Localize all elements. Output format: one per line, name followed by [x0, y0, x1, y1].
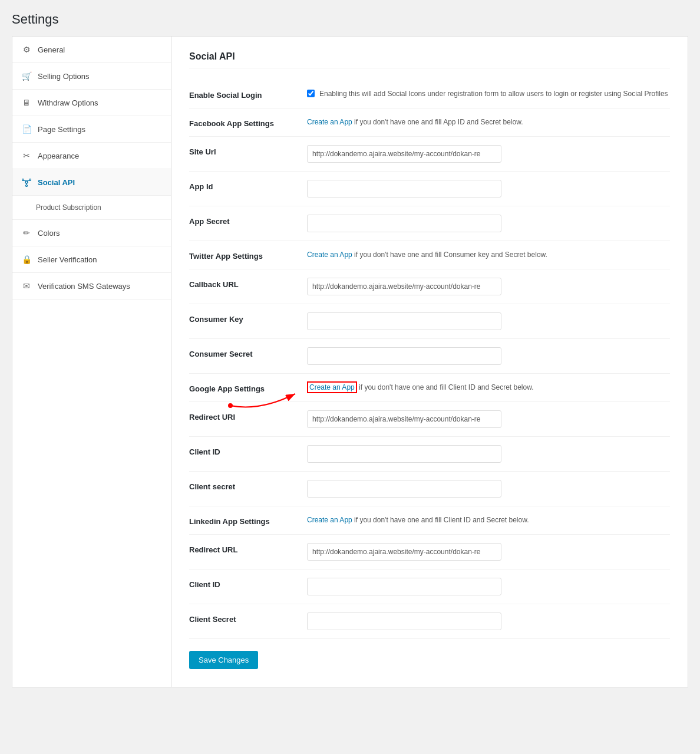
sidebar-item-selling-options[interactable]: 🛒 Selling Options — [12, 63, 171, 90]
label-consumer-key: Consumer Key — [189, 312, 295, 324]
facebook-create-app-link[interactable]: Create an App — [307, 118, 352, 126]
sidebar-item-colors[interactable]: ✏ Colors — [12, 220, 171, 246]
form-row-redirect-uri: Redirect URI — [189, 402, 670, 437]
form-row-client-id-linkedin: Client ID — [189, 569, 670, 604]
label-app-secret: App Secret — [189, 215, 295, 226]
sidebar: ⚙ General 🛒 Selling Options 🖥 Withdraw O… — [12, 36, 171, 687]
label-site-url: Site Url — [189, 145, 295, 156]
field-callback-url — [307, 278, 670, 295]
save-changes-button[interactable]: Save Changes — [189, 651, 258, 669]
pencil-icon: ✏ — [21, 228, 32, 238]
label-app-id: App Id — [189, 180, 295, 191]
field-app-secret — [307, 215, 670, 232]
svg-point-3 — [26, 185, 28, 187]
linkedin-create-app-link[interactable]: Create an App — [307, 516, 352, 524]
page-title: Settings — [12, 12, 688, 27]
form-row-twitter-app-settings: Twitter App Settings Create an App if yo… — [189, 241, 670, 269]
form-row-app-id: App Id — [189, 172, 670, 206]
consumer-secret-input[interactable] — [307, 347, 501, 365]
field-consumer-key — [307, 312, 670, 330]
svg-line-5 — [27, 180, 29, 181]
field-consumer-secret — [307, 347, 670, 365]
app-id-input[interactable] — [307, 180, 501, 197]
field-redirect-uri — [307, 410, 670, 428]
form-row-consumer-key: Consumer Key — [189, 304, 670, 339]
sidebar-item-label: Product Subscription — [36, 203, 101, 212]
label-client-id-linkedin: Client ID — [189, 578, 295, 589]
google-create-app-link[interactable]: Create an App — [307, 381, 357, 393]
form-row-client-secret-linkedin: Client Secret — [189, 604, 670, 639]
twitter-desc-rest: if you don't have one and fill Consumer … — [352, 251, 547, 259]
field-linkedin-app-settings: Create an App if you don't have one and … — [307, 515, 670, 525]
sidebar-item-general[interactable]: ⚙ General — [12, 37, 171, 63]
consumer-key-input[interactable] — [307, 312, 501, 330]
field-app-id — [307, 180, 670, 197]
label-callback-url: Callback URL — [189, 278, 295, 289]
sidebar-item-appearance[interactable]: ✂ Appearance — [12, 143, 171, 169]
section-title: Social API — [189, 51, 670, 68]
page-wrapper: Settings ⚙ General 🛒 Selling Options 🖥 W… — [0, 0, 700, 754]
sidebar-item-social-api[interactable]: Social API — [12, 169, 171, 196]
form-row-linkedin-app-settings: Linkedin App Settings Create an App if y… — [189, 506, 670, 535]
form-row-redirect-url-linkedin: Redirect URL — [189, 535, 670, 569]
sidebar-item-product-subscription[interactable]: Product Subscription — [12, 196, 171, 220]
label-redirect-uri: Redirect URI — [189, 410, 295, 422]
form-row-app-secret: App Secret — [189, 206, 670, 241]
label-client-id-google: Client ID — [189, 445, 295, 456]
field-client-id-google — [307, 445, 670, 463]
facebook-desc-rest: if you don't have one and fill App ID an… — [352, 118, 523, 126]
sidebar-item-label: General — [38, 45, 65, 54]
sidebar-item-withdraw-options[interactable]: 🖥 Withdraw Options — [12, 90, 171, 116]
field-twitter-app-settings: Create an App if you don't have one and … — [307, 249, 670, 260]
sidebar-item-label: Verification SMS Gateways — [38, 282, 130, 291]
redirect-uri-input[interactable] — [307, 410, 501, 428]
sidebar-item-verification-sms[interactable]: ✉ Verification SMS Gateways — [12, 273, 171, 299]
linkedin-desc-rest: if you don't have one and fill Client ID… — [352, 516, 529, 524]
label-redirect-url-linkedin: Redirect URL — [189, 543, 295, 554]
client-id-linkedin-input[interactable] — [307, 578, 501, 595]
client-secret-google-input[interactable] — [307, 480, 501, 498]
label-linkedin-app-settings: Linkedin App Settings — [189, 515, 295, 526]
form-row-enable-social-login: Enable Social Login Enabling this will a… — [189, 80, 670, 108]
cart-icon: 🛒 — [21, 71, 32, 81]
scissors-icon: ✂ — [21, 150, 32, 161]
monitor-icon: 🖥 — [21, 97, 32, 108]
facebook-app-desc: Create an App if you don't have one and … — [307, 118, 523, 126]
form-row-google-app-settings: Google App Settings Create an App if — [189, 374, 670, 402]
form-row-client-id-google: Client ID — [189, 437, 670, 472]
redirect-url-linkedin-input[interactable] — [307, 543, 501, 561]
client-id-google-input[interactable] — [307, 445, 501, 463]
google-app-desc: Create an App if you don't have one and … — [307, 381, 534, 393]
app-secret-input[interactable] — [307, 215, 501, 232]
form-row-site-url: Site Url — [189, 137, 670, 172]
sidebar-item-label: Selling Options — [38, 72, 89, 81]
field-client-id-linkedin — [307, 578, 670, 595]
label-enable-social-login: Enable Social Login — [189, 88, 295, 100]
sidebar-item-label: Seller Verification — [38, 255, 97, 264]
client-secret-linkedin-input[interactable] — [307, 613, 501, 630]
twitter-create-app-link[interactable]: Create an App — [307, 251, 352, 259]
lock-icon: 🔒 — [21, 254, 32, 265]
page-icon: 📄 — [21, 124, 32, 134]
site-url-input[interactable] — [307, 145, 501, 163]
sidebar-item-label: Appearance — [38, 152, 79, 160]
sidebar-item-label: Social API — [38, 178, 75, 187]
enable-social-login-checkbox[interactable] — [307, 90, 315, 97]
envelope-icon: ✉ — [21, 281, 32, 291]
field-client-secret-google — [307, 480, 670, 498]
field-client-secret-linkedin — [307, 613, 670, 630]
label-client-secret-linkedin: Client Secret — [189, 613, 295, 624]
label-twitter-app-settings: Twitter App Settings — [189, 249, 295, 261]
twitter-app-desc: Create an App if you don't have one and … — [307, 251, 547, 259]
checkbox-row: Enabling this will add Social Icons unde… — [307, 88, 670, 99]
network-icon — [21, 177, 32, 187]
sidebar-item-label: Withdraw Options — [38, 98, 98, 107]
label-consumer-secret: Consumer Secret — [189, 347, 295, 358]
callback-url-input[interactable] — [307, 278, 501, 295]
sidebar-item-label: Colors — [38, 229, 60, 238]
form-row-consumer-secret: Consumer Secret — [189, 339, 670, 374]
sidebar-item-page-settings[interactable]: 📄 Page Settings — [12, 116, 171, 143]
google-desc-rest: if you don't have one and fill Client ID… — [357, 383, 534, 391]
sidebar-item-seller-verification[interactable]: 🔒 Seller Verification — [12, 246, 171, 273]
gear-icon: ⚙ — [21, 44, 32, 55]
